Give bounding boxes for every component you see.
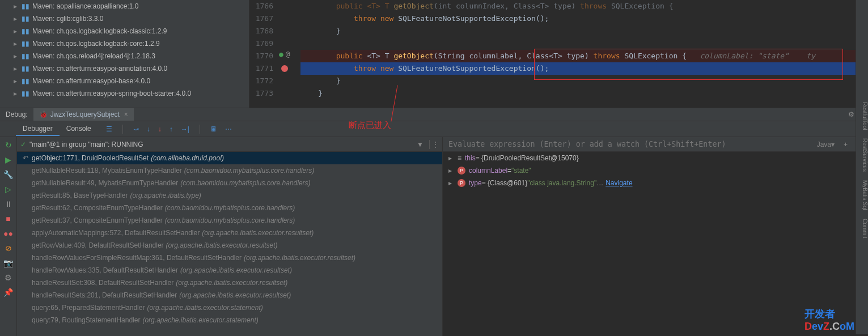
- rewind-icon: ↶: [23, 154, 28, 162]
- variables-panel: Java▾ + ⋮ ▸≡this = {DruidPooledResultSet…: [443, 137, 868, 336]
- stack-frame[interactable]: getNullableResult:49, MybatisEnumTypeHan…: [17, 177, 442, 189]
- trace-icon[interactable]: ⋯: [225, 125, 232, 133]
- step-into-icon[interactable]: ↓: [147, 125, 150, 133]
- stack-frame[interactable]: handleResultSets:201, DefaultResultSetHa…: [17, 289, 442, 301]
- param-icon: P: [458, 167, 465, 175]
- navigate-link[interactable]: Navigate: [606, 179, 632, 187]
- stop-icon[interactable]: ■: [6, 214, 10, 223]
- gutter: 1766176717681769 1770177117721773: [249, 0, 278, 100]
- rerun-icon[interactable]: ↻: [5, 141, 12, 150]
- commit[interactable]: Commit: [862, 219, 868, 238]
- tree-item[interactable]: ▸▮▮Maven: cn.afterturn:easypoi-spring-bo…: [0, 87, 249, 100]
- rest-services[interactable]: RestServices: [862, 138, 868, 172]
- param-icon: P: [458, 179, 465, 187]
- add-watch-icon[interactable]: +: [839, 141, 852, 148]
- stack-frame[interactable]: getResult:85, BaseTypeHandler (org.apach…: [17, 189, 442, 202]
- variable-item[interactable]: ▸Ptype = {Class@601} "class java.lang.St…: [443, 177, 868, 189]
- tab-name: JwzxTest.querySubject: [50, 110, 120, 118]
- threads-icon[interactable]: ☰: [106, 125, 112, 133]
- tree-item[interactable]: ▸▮▮Maven: ch.qos.reload4j:reload4j:1.2.1…: [0, 50, 249, 62]
- debug-tab[interactable]: 🐞 JwzxTest.querySubject ×: [33, 108, 134, 121]
- stack-frame[interactable]: handleResultSet:308, DefaultResultSetHan…: [17, 277, 442, 289]
- breakpoint-icon[interactable]: [281, 65, 288, 72]
- tree-item[interactable]: ▸▮▮Maven: cn.afterturn:easypoi-annotatio…: [0, 62, 249, 75]
- step-out-icon[interactable]: ↑: [170, 125, 173, 133]
- stack-frame[interactable]: getNullableResult:118, MybatisEnumTypeHa…: [17, 164, 442, 177]
- stack-frame[interactable]: handleRowValues:335, DefaultResultSetHan…: [17, 264, 442, 277]
- project-tree[interactable]: ▸▮▮Maven: aopalliance:aopalliance:1.0 ▸▮…: [0, 0, 249, 108]
- tab-console[interactable]: Console: [60, 122, 98, 136]
- debug-sidebar: ↻ ▶ 🔧 ▷ ⏸ ■ ●● ⊘ 📷 ⚙ 📌: [0, 137, 17, 336]
- stack-frame[interactable]: query:65, PreparedStatementHandler (org.…: [17, 301, 442, 314]
- play-icon[interactable]: ▷: [5, 185, 11, 194]
- resume-icon[interactable]: ▶: [5, 155, 11, 164]
- stack-frame[interactable]: getRowValue:409, DefaultResultSetHandler…: [17, 239, 442, 252]
- frames-panel: ✓ "main"@1 in group "main": RUNNING ▼ ⋮ …: [17, 137, 443, 336]
- bug-icon: 🐞: [39, 110, 48, 118]
- tree-item[interactable]: ▸▮▮Maven: ch.qos.logback:logback-classic…: [0, 25, 249, 37]
- close-icon[interactable]: ×: [124, 110, 128, 118]
- tree-item[interactable]: ▸▮▮Maven: aopalliance:aopalliance:1.0: [0, 0, 249, 12]
- camera-icon[interactable]: 📷: [3, 258, 13, 267]
- variable-item[interactable]: ▸≡this = {DruidPooledResultSet@15070}: [443, 152, 868, 164]
- field-icon: ≡: [458, 154, 461, 162]
- debug-toolbar: Debugger Console ☰ ⤻ ↓ ↓ ↑ →| 🖩 ⋯ ▣: [0, 121, 868, 137]
- stack-frame[interactable]: getResult:37, CompositeEnumTypeHandler (…: [17, 214, 442, 227]
- annotation-text: 断点已进入: [349, 120, 391, 131]
- mute-breakpoints-icon[interactable]: ⊘: [5, 244, 12, 253]
- stack-frame[interactable]: applyAutomaticMappings:572, DefaultResul…: [17, 227, 442, 239]
- thread-selector[interactable]: ✓ "main"@1 in group "main": RUNNING ▼ ⋮: [17, 137, 442, 152]
- variable-item[interactable]: ▸PcolumnLabel = "state": [443, 164, 868, 177]
- code-editor[interactable]: 1766176717681769 1770177117721773 ●@ pub…: [249, 0, 868, 108]
- restful-tool[interactable]: RestfulTool: [862, 102, 868, 130]
- evaluate-expression-input[interactable]: [443, 140, 812, 148]
- debug-label: Debug:: [0, 110, 33, 118]
- debug-header: Debug: 🐞 JwzxTest.querySubject × ⚙ —: [0, 108, 868, 121]
- mybatis-sql[interactable]: MyBatis Sql: [862, 180, 868, 210]
- gear-icon[interactable]: ⚙: [848, 110, 854, 118]
- evaluate-icon[interactable]: 🖩: [210, 125, 217, 133]
- stack-frame[interactable]: query:79, RoutingStatementHandler (org.a…: [17, 314, 442, 326]
- stack-frame[interactable]: getResult:62, CompositeEnumTypeHandler (…: [17, 202, 442, 214]
- stack-frame[interactable]: handleRowValuesForSimpleResultMap:361, D…: [17, 252, 442, 264]
- right-toolbar: RestfulTool RestServices MyBatis Sql Com…: [856, 0, 868, 334]
- tab-debugger[interactable]: Debugger: [16, 122, 60, 136]
- pause-icon[interactable]: ⏸: [5, 199, 12, 209]
- step-over-icon[interactable]: ⤻: [133, 125, 139, 133]
- stack-frame[interactable]: ↶getObject:1771, DruidPooledResultSet (c…: [17, 152, 442, 164]
- check-icon: ✓: [20, 141, 26, 148]
- breakpoint-column[interactable]: ●@: [278, 0, 300, 100]
- pin-icon[interactable]: 📌: [3, 288, 13, 297]
- modify-run-icon[interactable]: 🔧: [3, 170, 13, 179]
- tree-item[interactable]: ▸▮▮Maven: cglib:cglib:3.3.0: [0, 12, 249, 25]
- force-step-into-icon[interactable]: ↓: [158, 125, 162, 133]
- view-breakpoints-icon[interactable]: ●●: [3, 229, 13, 238]
- tree-item[interactable]: ▸▮▮Maven: cn.afterturn:easypoi-base:4.0.…: [0, 75, 249, 87]
- settings-icon[interactable]: ⚙: [5, 273, 12, 282]
- tree-item[interactable]: ▸▮▮Maven: ch.qos.logback:logback-core:1.…: [0, 37, 249, 50]
- language-selector[interactable]: Java▾: [812, 141, 839, 148]
- filter-icon[interactable]: ▼: [417, 141, 424, 148]
- run-to-cursor-icon[interactable]: →|: [181, 125, 189, 133]
- more-icon[interactable]: ⋮: [432, 141, 439, 148]
